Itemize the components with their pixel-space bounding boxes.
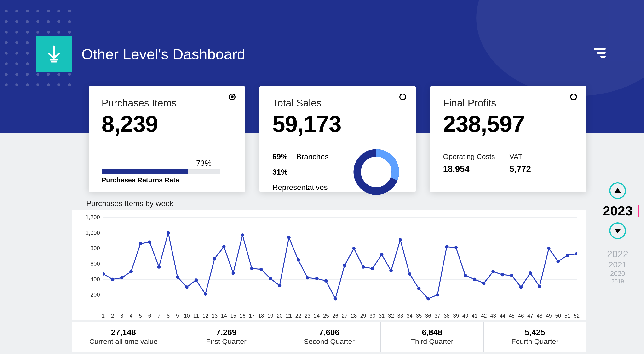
svg-point-28 — [343, 264, 346, 267]
xtick-label: 35 — [414, 313, 424, 319]
line-chart — [103, 217, 577, 310]
xtick-label: 29 — [358, 313, 368, 319]
card-sales[interactable]: Total Sales 59,173 69%Branches 31%Repres… — [260, 86, 416, 192]
summary-cell: 6,848Third Quarter — [380, 322, 483, 352]
progress-label: Purchases Returns Rate — [102, 176, 231, 184]
donut-icon — [351, 147, 401, 197]
radio-icon[interactable] — [570, 94, 577, 100]
operating-costs: Operating Costs 18,954 — [443, 152, 495, 174]
year-option[interactable]: 2022 — [598, 249, 637, 260]
xtick-label: 6 — [145, 313, 154, 319]
xtick-label: 27 — [340, 313, 349, 319]
summary-row: 27,148Current all-time value7,269First Q… — [72, 322, 586, 352]
xtick-label: 7 — [154, 313, 164, 319]
year-option[interactable]: 2020 — [598, 270, 637, 277]
filter-icon[interactable] — [594, 48, 606, 58]
summary-cell: 7,269First Quarter — [175, 322, 278, 352]
svg-point-21 — [278, 284, 281, 287]
xtick-label: 36 — [423, 313, 433, 319]
svg-point-10 — [176, 275, 179, 279]
xtick-label: 50 — [554, 313, 563, 319]
svg-point-53 — [575, 252, 577, 255]
svg-point-32 — [380, 253, 383, 256]
ytick-label: 1,000 — [77, 230, 100, 236]
year-option[interactable]: 2019 — [598, 278, 637, 285]
year-down-button[interactable] — [609, 222, 626, 239]
svg-point-41 — [464, 274, 467, 277]
chart-area: 2004006008001,0001,200123456789101112131… — [72, 210, 586, 320]
svg-point-9 — [166, 231, 170, 235]
svg-point-34 — [399, 238, 402, 242]
xtick-label: 23 — [302, 313, 312, 319]
xtick-label: 34 — [405, 313, 414, 319]
svg-point-35 — [408, 272, 411, 276]
svg-point-24 — [306, 276, 309, 279]
xtick-label: 42 — [479, 313, 489, 319]
svg-point-14 — [213, 257, 216, 260]
xtick-label: 15 — [228, 313, 238, 319]
xtick-label: 32 — [386, 313, 396, 319]
year-option[interactable]: 2021 — [598, 260, 637, 269]
svg-point-27 — [334, 297, 337, 300]
svg-point-38 — [436, 293, 439, 296]
svg-point-26 — [324, 279, 328, 283]
svg-point-18 — [250, 267, 254, 270]
xtick-label: 43 — [488, 313, 498, 319]
card-value: 8,239 — [102, 111, 231, 137]
svg-point-50 — [547, 247, 550, 250]
card-value: 59,173 — [272, 111, 402, 137]
year-spinner: 2023 2022202120202019 — [598, 182, 637, 285]
ytick-label: 400 — [77, 276, 100, 283]
xtick-label: 16 — [238, 313, 247, 319]
radio-icon[interactable] — [400, 94, 406, 100]
svg-point-47 — [520, 285, 523, 289]
svg-point-52 — [566, 254, 569, 257]
xtick-label: 5 — [136, 313, 145, 319]
progress-pct: 73% — [102, 159, 212, 168]
xtick-label: 45 — [507, 313, 516, 319]
caret-down-icon — [614, 229, 621, 233]
svg-point-5 — [130, 270, 133, 273]
xtick-label: 17 — [247, 313, 256, 319]
xtick-label: 13 — [210, 313, 220, 319]
xtick-label: 33 — [396, 313, 405, 319]
card-purchases[interactable]: Purchases Items 8,239 73% Purchases Retu… — [89, 86, 245, 192]
card-title: Total Sales — [272, 97, 402, 109]
xtick-label: 4 — [126, 313, 136, 319]
xtick-label: 1 — [98, 313, 108, 319]
card-value: 238,597 — [443, 111, 572, 137]
chart-section: Purchases Items by week 2004006008001,00… — [72, 199, 586, 352]
xtick-label: 40 — [460, 313, 470, 319]
svg-point-36 — [417, 287, 420, 290]
xtick-label: 41 — [470, 313, 480, 319]
svg-point-51 — [556, 260, 560, 263]
progress-bar — [102, 168, 220, 174]
xtick-label: 46 — [516, 313, 526, 319]
svg-point-33 — [389, 269, 393, 272]
summary-cell: 5,425Fourth Quarter — [484, 322, 586, 352]
svg-point-13 — [204, 292, 207, 296]
xtick-label: 18 — [256, 313, 266, 319]
svg-point-20 — [268, 277, 272, 280]
kpi-cards: Purchases Items 8,239 73% Purchases Retu… — [89, 86, 586, 192]
progress-fill — [102, 168, 188, 174]
xtick-label: 20 — [275, 313, 284, 319]
year-up-button[interactable] — [609, 182, 626, 199]
radio-icon[interactable] — [229, 94, 236, 100]
sales-breakdown: 69%Branches 31%Representatives — [272, 149, 352, 195]
svg-point-46 — [510, 274, 514, 277]
xtick-label: 39 — [451, 313, 461, 319]
logo[interactable] — [36, 36, 72, 72]
xtick-label: 31 — [377, 313, 386, 319]
svg-point-44 — [492, 270, 495, 273]
card-profits[interactable]: Final Profits 238,597 Operating Costs 18… — [430, 86, 586, 192]
xtick-label: 24 — [312, 313, 322, 319]
xtick-label: 19 — [266, 313, 275, 319]
caret-up-icon — [614, 188, 621, 193]
svg-point-25 — [315, 277, 318, 280]
year-list: 2022202120202019 — [598, 249, 637, 285]
svg-point-4 — [120, 276, 124, 279]
header: Other Level's Dashboard — [36, 36, 245, 72]
summary-cell: 27,148Current all-time value — [72, 322, 175, 352]
svg-point-17 — [241, 233, 244, 237]
